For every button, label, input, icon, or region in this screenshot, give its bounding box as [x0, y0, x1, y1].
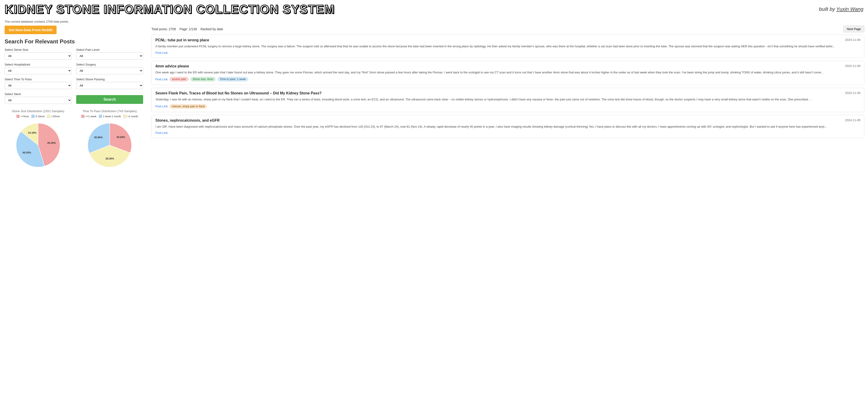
time-pass-legend: <=1 week 1 week-1 month >1 month	[76, 115, 143, 118]
get-data-button[interactable]: Get New Data From Reddit	[5, 26, 57, 34]
pain-level-label: Select Pain Level	[76, 48, 143, 52]
stone-passing-select[interactable]: All Yes No	[76, 82, 143, 89]
post-tag: Time to pass: 1 week	[217, 77, 248, 82]
post-date: 2024-11-09	[845, 38, 861, 41]
page-title: KIDNEY STONE INFORMATION COLLECTION SYST…	[5, 3, 335, 16]
time-to-pass-select[interactable]: All <=1 week 1 week-1 month >1 month	[5, 82, 71, 89]
post-tags: Post Linkintense, sharp pain in flank	[155, 104, 860, 109]
author-credit: built by Yuxin Wang	[819, 6, 863, 12]
post-tags: Post Linksevere painStone size: 4mmTime …	[155, 77, 860, 82]
stone-passing-label: Select Stone Passing	[76, 78, 143, 81]
time-to-pass-label: Select Time To Pass	[5, 78, 71, 81]
post-body: One week ago I went to the ER with sever…	[155, 70, 860, 75]
post-card: PCNL: tube put in wrong place2024-11-09A…	[151, 35, 864, 58]
post-tag[interactable]: Post Link	[155, 78, 167, 81]
stent-label: Select Stent	[5, 92, 71, 96]
surgery-select[interactable]: All Yes No	[76, 67, 143, 74]
svg-text:30.69%: 30.69%	[117, 136, 125, 138]
posts-container: PCNL: tube put in wrong place2024-11-09A…	[151, 35, 864, 138]
post-date: 2024-11-09	[845, 91, 861, 95]
post-tags: Post Link	[155, 131, 860, 134]
search-button[interactable]: Search	[76, 95, 143, 104]
post-tag[interactable]: Post Link	[155, 131, 167, 134]
post-card: Severe Flank Pain, Traces of Blood but N…	[151, 88, 864, 112]
post-date: 2024-11-09	[845, 64, 861, 68]
post-title: PCNL: tube put in wrong place	[155, 38, 209, 42]
post-tag[interactable]: Post Link	[155, 104, 167, 108]
post-tag: intense, sharp pain in flank	[169, 104, 207, 109]
stone-size-legend: <=5mm 5-10mm >10mm	[5, 115, 71, 118]
post-body: I am 33F. Have been diagnosed with nephr…	[155, 124, 860, 129]
stone-size-chart-title: Stone Size Distribution (1551 Samples)	[5, 110, 71, 113]
post-body: Yesterday, I was hit with an intense, sh…	[155, 97, 860, 102]
post-date: 2024-11-09	[845, 118, 861, 122]
surgery-label: Select Surgery	[76, 63, 143, 66]
svg-text:30.96%: 30.96%	[94, 136, 103, 139]
hospitalized-label: Select Hospitalized	[5, 63, 71, 66]
post-tags: Post Link	[155, 51, 860, 55]
post-body: A family member just underwent PCNL surg…	[155, 44, 860, 49]
time-pass-pie: 30.69%38.36%30.96%	[84, 120, 135, 170]
svg-text:45.26%: 45.26%	[47, 142, 56, 144]
post-card: Stones, nephrocalcinosis, and eGFR2024-1…	[151, 115, 864, 138]
svg-text:40.55%: 40.55%	[23, 151, 31, 154]
post-title: 4mm advice please	[155, 64, 189, 68]
search-section-title: Search For Relevant Posts	[5, 38, 143, 45]
hospitalized-select[interactable]: All Yes No	[5, 67, 71, 74]
db-info: The current database contains 2709 data …	[0, 19, 868, 23]
post-tag: Stone size: 4mm	[190, 77, 216, 82]
svg-text:38.36%: 38.36%	[105, 157, 114, 160]
stone-size-select[interactable]: All <=5mm 5-10mm >10mm	[5, 52, 71, 60]
post-tag[interactable]: Post Link	[155, 51, 167, 55]
time-pass-chart-title: Time To Pass Distribution (743 Samples)	[76, 110, 143, 113]
post-card: 4mm advice please2024-11-09One week ago …	[151, 61, 864, 85]
stent-select[interactable]: All Yes No	[5, 97, 71, 104]
post-tag: severe pain	[169, 77, 188, 82]
pain-level-select[interactable]: All Mild Moderate Severe	[76, 52, 143, 60]
stone-size-label: Select Stone Size	[5, 48, 71, 52]
post-title: Stones, nephrocalcinosis, and eGFR	[155, 118, 220, 123]
post-title: Severe Flank Pain, Traces of Blood but N…	[155, 91, 321, 95]
svg-text:14.18%: 14.18%	[28, 131, 37, 134]
next-page-button[interactable]: Next Page	[843, 26, 864, 32]
posts-meta: Total posts: 2709 Page: 1/136 Ranked by …	[151, 27, 223, 31]
stone-size-pie: 45.26%40.55%14.18%	[13, 120, 63, 170]
